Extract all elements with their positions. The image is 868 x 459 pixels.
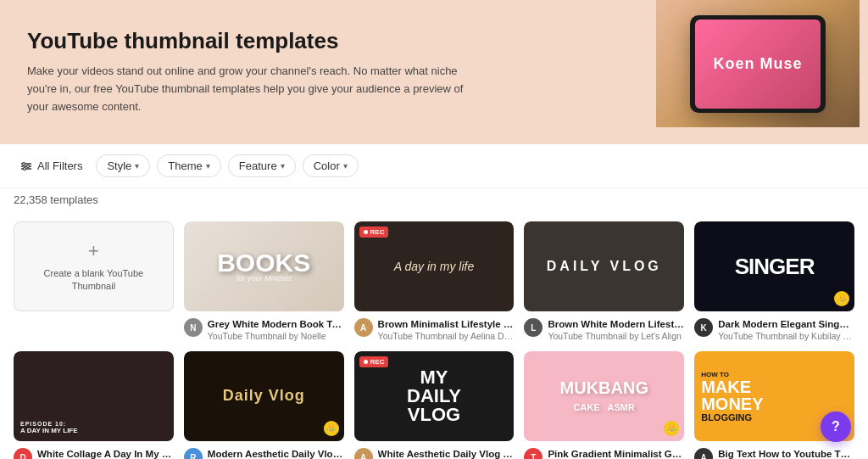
all-filters-button[interactable]: All Filters: [14, 154, 89, 177]
theme-filter[interactable]: Theme ▾: [157, 154, 220, 177]
template-thumbnail-5: Daily Vlog 👑: [184, 351, 344, 441]
feature-chevron: ▾: [281, 161, 285, 171]
create-blank-plus-icon: +: [88, 240, 99, 262]
template-meta-1: Brown Minimalist Lifestyle Daily Vl... Y…: [378, 318, 515, 341]
template-name-8: Big Text How to Youtube Thumbnail: [718, 448, 854, 459]
template-name-4: White Collage A Day In My Life Vlo...: [37, 448, 174, 459]
t9-make: MAKEMONEY: [701, 378, 763, 412]
style-label: Style: [107, 160, 131, 172]
template-meta-2: Brown White Modern Lifestyle Vlo... YouT…: [548, 318, 684, 341]
tablet-screen-text: Koen Muse: [713, 55, 802, 73]
hero-description: Make your videos stand out online and gr…: [27, 63, 468, 115]
template-author-0: YouTube Thumbnail by Noelle: [208, 331, 344, 341]
t5-ep: EPISODE 10:: [20, 421, 66, 427]
t4-text: SINGER: [735, 254, 815, 280]
template-card-6[interactable]: REC MYDAILYVLOG A White Aesthetic Daily …: [354, 351, 515, 459]
template-meta-4: White Collage A Day In My Life Vlo... Yo…: [37, 448, 174, 459]
template-author-3: YouTube Thumbnail by Kubilay Tutar: [718, 331, 854, 341]
hero-title: YouTube thumbnail templates: [27, 28, 536, 54]
create-blank-label: Create a blank YouTube Thumbnail: [14, 267, 173, 294]
template-info-4: D White Collage A Day In My Life Vlo... …: [14, 448, 174, 459]
t9-blog: BLOGGING: [701, 412, 752, 423]
template-name-6: White Aesthetic Daily Vlog YouTube...: [378, 448, 515, 459]
filter-icon: [20, 160, 32, 172]
svg-point-3: [23, 162, 25, 165]
template-info-3: K Dark Modern Elegant Singer New S... Yo…: [694, 318, 854, 341]
template-card-8[interactable]: HOW TO MAKEMONEY BLOGGING A Big Text How…: [694, 351, 854, 459]
template-card-3[interactable]: SINGER 👑 K Dark Modern Elegant Singer Ne…: [694, 221, 854, 341]
template-info-7: T Pink Gradient Minimalist Glow You... Y…: [524, 448, 684, 459]
color-chevron: ▾: [343, 161, 348, 171]
t6-text: Daily Vlog: [223, 387, 305, 406]
template-avatar-6: A: [354, 448, 373, 459]
template-avatar-8: A: [694, 448, 713, 459]
template-info-0: N Grey White Modern Book Typograp... You…: [184, 318, 344, 341]
template-thumbnail-4: EPISODE 10: A DAY IN MY LIFE: [14, 351, 174, 441]
template-info-2: L Brown White Modern Lifestyle Vlo... Yo…: [524, 318, 684, 341]
template-info-6: A White Aesthetic Daily Vlog YouTube... …: [354, 448, 515, 459]
template-card-2[interactable]: DAILY VLOG L Brown White Modern Lifestyl…: [524, 221, 684, 341]
templates-grid: + Create a blank YouTube Thumbnail BOOKS…: [0, 211, 868, 459]
template-name-3: Dark Modern Elegant Singer New S...: [718, 318, 854, 331]
template-avatar-1: A: [354, 318, 373, 337]
color-label: Color: [314, 160, 340, 172]
template-name-0: Grey White Modern Book Typograp...: [208, 318, 344, 331]
t3-text: DAILY VLOG: [547, 259, 662, 274]
create-blank-card[interactable]: + Create a blank YouTube Thumbnail: [14, 221, 174, 341]
template-avatar-0: N: [184, 318, 203, 337]
theme-label: Theme: [168, 160, 202, 172]
template-card-1[interactable]: REC A day in my life A Brown Minimalist …: [354, 221, 515, 341]
template-name-5: Modern Aesthetic Daily Vlog Youtu...: [208, 448, 344, 459]
template-author-1: YouTube Thumbnail by Aelina Design: [378, 331, 515, 341]
svg-point-5: [24, 167, 26, 170]
template-author-2: YouTube Thumbnail by Let's Align: [548, 331, 684, 341]
style-filter[interactable]: Style ▾: [96, 154, 150, 177]
tablet-mock: Koen Muse: [690, 15, 826, 113]
all-filters-label: All Filters: [37, 160, 82, 172]
t7-text: MYDAILYVLOG: [407, 368, 461, 424]
color-filter[interactable]: Color ▾: [303, 154, 359, 177]
template-card-4[interactable]: EPISODE 10: A DAY IN MY LIFE D White Col…: [14, 351, 174, 459]
template-meta-6: White Aesthetic Daily Vlog YouTube... Yo…: [378, 448, 515, 459]
hero-image: Koen Muse: [648, 0, 868, 127]
feature-filter[interactable]: Feature ▾: [228, 154, 296, 177]
template-thumbnail-7: MUKBANGCAKE ASMR 👑: [524, 351, 684, 441]
template-meta-7: Pink Gradient Minimalist Glow You... You…: [548, 448, 684, 459]
template-thumbnail-6: REC MYDAILYVLOG: [354, 351, 515, 441]
template-name-7: Pink Gradient Minimalist Glow You...: [548, 448, 684, 459]
hero-text: YouTube thumbnail templates Make your vi…: [27, 28, 536, 116]
template-meta-0: Grey White Modern Book Typograp... YouTu…: [208, 318, 344, 341]
create-blank-thumbnail: + Create a blank YouTube Thumbnail: [14, 221, 174, 311]
help-button[interactable]: ?: [821, 411, 851, 442]
t2-text: A day in my life: [394, 259, 474, 274]
template-card-5[interactable]: Daily Vlog 👑 R Modern Aesthetic Daily Vl…: [184, 351, 344, 459]
t1-books-text: BOOKS: [217, 251, 310, 274]
hero-image-mock: Koen Muse: [656, 0, 860, 127]
crown-badge-5: 👑: [324, 421, 339, 436]
t8-text: MUKBANGCAKE ASMR: [560, 379, 648, 413]
template-meta-8: Big Text How to Youtube Thumbnail YouTub…: [718, 448, 854, 459]
template-avatar-2: L: [524, 318, 542, 337]
hero-section: YouTube thumbnail templates Make your vi…: [0, 0, 868, 144]
template-info-1: A Brown Minimalist Lifestyle Daily Vl...…: [354, 318, 515, 341]
theme-chevron: ▾: [206, 161, 210, 171]
tablet-screen: Koen Muse: [695, 20, 821, 109]
feature-label: Feature: [239, 160, 277, 172]
template-avatar-7: T: [524, 448, 542, 459]
help-icon: ?: [832, 419, 840, 434]
template-meta-3: Dark Modern Elegant Singer New S... YouT…: [718, 318, 854, 341]
template-card-0[interactable]: BOOKS for your Mindset N Grey White Mode…: [184, 221, 344, 341]
filter-bar: All Filters Style ▾ Theme ▾ Feature ▾ Co…: [0, 144, 868, 188]
template-name-2: Brown White Modern Lifestyle Vlo...: [548, 318, 684, 331]
style-chevron: ▾: [135, 161, 139, 171]
template-avatar-3: K: [694, 318, 713, 337]
t5-title: A DAY IN MY LIFE: [20, 427, 78, 434]
template-thumbnail-1: REC A day in my life: [354, 221, 515, 311]
template-info-5: R Modern Aesthetic Daily Vlog Youtu... Y…: [184, 448, 344, 459]
template-info-8: A Big Text How to Youtube Thumbnail YouT…: [694, 448, 854, 459]
templates-count: 22,358 templates: [0, 188, 868, 211]
template-avatar-5: R: [184, 448, 203, 459]
svg-point-4: [27, 165, 30, 167]
template-name-1: Brown Minimalist Lifestyle Daily Vl...: [378, 318, 515, 331]
template-card-7[interactable]: MUKBANGCAKE ASMR 👑 T Pink Gradient Minim…: [524, 351, 684, 459]
